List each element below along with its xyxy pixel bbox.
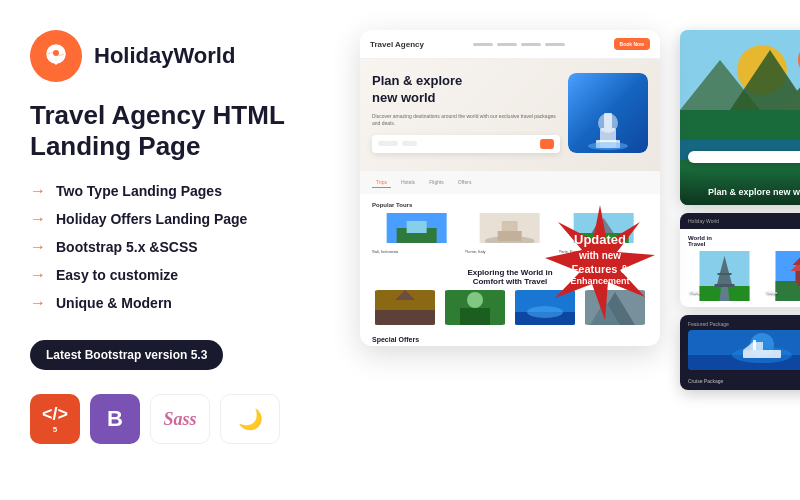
preview-hero-title: Plan & explorenew world — [372, 73, 472, 107]
right-card-japan: Tokyo ★ 4.9 Book — [764, 251, 800, 301]
feature-item-2: → Holiday Offers Landing Page — [30, 210, 340, 228]
preview-search-bar — [372, 135, 560, 153]
logo-icon — [30, 30, 82, 82]
logo-row: HolidayWorld — [30, 30, 340, 82]
preview-hero-content: Plan & explorenew world Discover amazing… — [372, 73, 648, 161]
svg-rect-49 — [776, 281, 801, 301]
svg-rect-6 — [604, 113, 612, 128]
preview-special-offers: Special Offers — [360, 331, 660, 346]
preview-hero-desc: Discover amazing destinations around the… — [372, 113, 560, 127]
center-section: Travel Agency Book Now Plan & explorenew… — [360, 30, 660, 480]
preview-hero: Plan & explorenew world Discover amazing… — [360, 59, 660, 171]
preview-tab-flights[interactable]: Flights — [425, 177, 448, 188]
right-bottom-cards: Paris ★ 4.8 — [688, 251, 800, 301]
arrow-icon-4: → — [30, 266, 46, 284]
preview-hero-left: Plan & explorenew world Discover amazing… — [372, 73, 560, 161]
bootstrap-badge: Latest Bootstrap version 5.3 — [30, 340, 223, 370]
dest-card-1: Bali, Indonesia — [372, 213, 461, 254]
crescent-icon: 🌙 — [220, 394, 280, 444]
right-bottom-content: World inTravel — [680, 229, 800, 307]
starburst-text: Updated with new Features & Enhancement — [540, 200, 660, 320]
preview-hero-img-inner — [568, 73, 648, 153]
right-preview-hero: Travel Agency Book Now — [680, 30, 800, 205]
main-container: HolidayWorld Travel Agency HTML Landing … — [0, 0, 800, 500]
preview-tabs: Trips Hotels Flights Offers — [360, 171, 660, 194]
svg-point-23 — [467, 292, 483, 308]
tech-icons: </> 5 B Sass 🌙 — [30, 394, 340, 444]
feature-item-5: → Unique & Modern — [30, 294, 340, 312]
logo-text: HolidayWorld — [94, 43, 235, 69]
svg-rect-58 — [743, 350, 781, 358]
left-section: HolidayWorld Travel Agency HTML Landing … — [30, 30, 340, 480]
html5-icon: </> 5 — [30, 394, 80, 444]
preview-tab-trips[interactable]: Trips — [372, 177, 391, 188]
preview-tab-hotels[interactable]: Hotels — [397, 177, 419, 188]
right-card-eiffel-label: Paris ★ 4.8 — [690, 290, 700, 299]
right-card-eiffel: Paris ★ 4.8 — [688, 251, 761, 301]
arrow-icon-2: → — [30, 210, 46, 228]
preview-img-1 — [372, 290, 438, 325]
right-section: Travel Agency Book Now — [680, 30, 800, 480]
arrow-icon-3: → — [30, 238, 46, 256]
right-search-bar[interactable] — [688, 151, 800, 163]
right-preview-bottom: Holiday World World inTravel — [680, 213, 800, 307]
sass-icon: Sass — [150, 394, 210, 444]
feature-item-4: → Easy to customize — [30, 266, 340, 284]
svg-rect-47 — [718, 273, 732, 275]
svg-rect-60 — [753, 340, 756, 350]
bootstrap-icon: B — [90, 394, 140, 444]
svg-rect-10 — [407, 221, 427, 233]
dest-label-1: Bali, Indonesia — [372, 249, 461, 254]
feature-item-1: → Two Type Landing Pages — [30, 182, 340, 200]
svg-point-7 — [588, 142, 628, 150]
starburst-badge: Updated with new Features & Enhancement — [540, 200, 660, 320]
svg-rect-24 — [460, 308, 490, 325]
feature-item-3: → Bootstrap 5.x &SCSS — [30, 238, 340, 256]
search-dot-2 — [402, 141, 417, 146]
preview-tab-offers[interactable]: Offers — [454, 177, 476, 188]
arrow-icon-1: → — [30, 182, 46, 200]
svg-rect-46 — [715, 284, 735, 287]
arrow-icon-5: → — [30, 294, 46, 312]
preview-hero-image — [568, 73, 648, 153]
right-bottom-title: World inTravel — [688, 235, 800, 247]
preview-brand: Travel Agency — [370, 40, 424, 49]
svg-rect-20 — [375, 310, 435, 325]
preview-nav — [473, 43, 565, 46]
svg-rect-50 — [796, 271, 801, 283]
right-card-japan-label: Tokyo ★ 4.9 — [766, 290, 777, 299]
right-preview-top: Travel Agency Book Now — [680, 30, 800, 205]
search-go-btn — [540, 139, 554, 149]
preview-card-header: Travel Agency Book Now — [360, 30, 660, 59]
preview-img-2 — [442, 290, 508, 325]
right-hero-overlay: Plan & explore new world — [680, 167, 800, 205]
search-dot-1 — [378, 141, 398, 146]
page-title: Travel Agency HTML Landing Page — [30, 100, 340, 162]
right-hero-title: Plan & explore new world — [688, 187, 800, 197]
preview-cta-button[interactable]: Book Now — [614, 38, 650, 50]
svg-rect-14 — [498, 231, 522, 241]
right-bottom-header: Holiday World — [680, 213, 800, 229]
right-extra-card: Featured Package Cruise Package View — [680, 315, 800, 390]
features-list: → Two Type Landing Pages → Holiday Offer… — [30, 182, 340, 322]
